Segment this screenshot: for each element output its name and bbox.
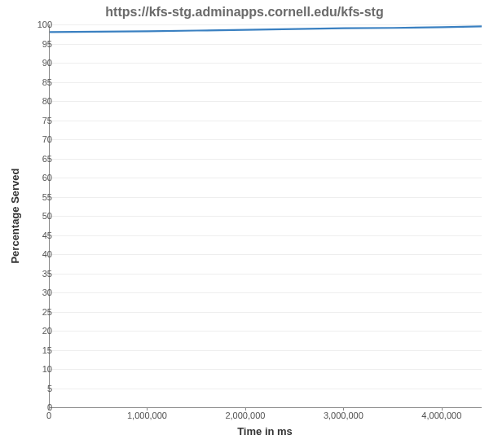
y-tick-label: 95: [20, 39, 52, 49]
y-tick-label: 35: [20, 269, 52, 279]
x-tick-mark: [343, 407, 344, 411]
gridline-h: [50, 331, 482, 332]
gridline-h: [50, 63, 482, 64]
y-tick-label: 40: [20, 249, 52, 259]
gridline-h: [50, 389, 482, 389]
gridline-h: [50, 312, 482, 313]
gridline-h: [50, 235, 482, 236]
y-tick-label: 100: [20, 20, 52, 29]
y-tick-label: 85: [20, 77, 52, 87]
x-tick-label: 4,000,000: [421, 411, 461, 420]
gridline-h: [50, 274, 482, 275]
y-tick-label: 10: [20, 364, 52, 374]
chart-title: https://kfs-stg.adminapps.cornell.edu/kf…: [0, 5, 489, 20]
x-tick-mark: [245, 407, 246, 411]
gridline-h: [50, 82, 482, 83]
gridline-h: [50, 44, 482, 45]
y-tick-label: 50: [20, 211, 52, 221]
gridline-h: [50, 101, 482, 102]
gridline-h: [50, 369, 482, 370]
gridline-h: [50, 24, 482, 25]
gridline-h: [50, 350, 482, 351]
x-tick-label: 3,000,000: [324, 411, 363, 420]
x-axis-label: Time in ms: [49, 425, 481, 437]
x-tick-label: 2,000,000: [225, 411, 265, 420]
y-tick-label: 25: [20, 307, 52, 317]
x-tick-label: 0: [46, 411, 51, 420]
gridline-h: [50, 121, 482, 121]
plot-area: [49, 24, 482, 408]
y-tick-label: 15: [20, 345, 52, 355]
x-tick-label: 1,000,000: [127, 411, 167, 420]
y-tick-label: 90: [20, 58, 52, 68]
gridline-h: [50, 159, 482, 160]
y-tick-label: 55: [20, 192, 52, 202]
y-tick-label: 70: [20, 134, 52, 144]
gridline-h: [50, 216, 482, 217]
x-tick-mark: [147, 407, 148, 411]
gridline-h: [50, 292, 482, 293]
y-tick-label: 80: [20, 96, 52, 106]
y-tick-label: 5: [20, 384, 52, 393]
x-tick-mark: [442, 407, 443, 411]
gridline-h: [50, 254, 482, 255]
gridline-h: [50, 139, 482, 140]
y-tick-label: 65: [20, 154, 52, 164]
gridline-h: [50, 178, 482, 178]
gridline-h: [50, 197, 482, 198]
y-tick-label: 60: [20, 173, 52, 182]
y-tick-label: 45: [20, 231, 52, 240]
y-tick-label: 20: [20, 326, 52, 336]
x-tick-mark: [49, 407, 50, 411]
y-tick-label: 75: [20, 116, 52, 125]
y-tick-label: 30: [20, 288, 52, 297]
